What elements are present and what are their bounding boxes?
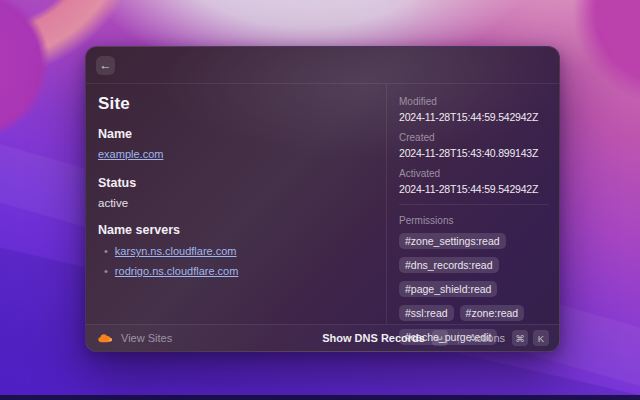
- list-item: • rodrigo.ns.cloudflare.com: [104, 265, 374, 277]
- actions-label: Actions: [469, 332, 505, 344]
- permission-tag: #dns_records:read: [399, 257, 499, 273]
- activated-value: 2024-11-28T15:44:59.542942Z: [399, 183, 549, 195]
- activated-label: Activated: [399, 168, 549, 179]
- page-title: Site: [98, 94, 374, 114]
- status-heading: Status: [98, 176, 374, 190]
- nameserver-list: • karsyn.ns.cloudflare.com • rodrigo.ns.…: [98, 245, 374, 277]
- permission-tag: #zone:read: [460, 305, 525, 321]
- nameservers-heading: Name servers: [98, 223, 374, 237]
- metadata-divider: [399, 204, 549, 205]
- nameserver-link[interactable]: karsyn.ns.cloudflare.com: [115, 245, 237, 257]
- enter-key-icon: ↵: [432, 330, 448, 346]
- modified-label: Modified: [399, 96, 549, 107]
- metadata-panel: Modified 2024-11-28T15:44:59.542942Z Cre…: [386, 84, 559, 324]
- action-bar: View Sites Show DNS Records ↵ Actions ⌘ …: [86, 324, 559, 351]
- window-header: ←: [86, 47, 559, 84]
- permissions-label: Permissions: [399, 215, 549, 226]
- permission-tag: #page_shield:read: [399, 281, 497, 297]
- bullet-icon: •: [104, 246, 108, 257]
- detail-panel: Site Name example.com Status active Name…: [86, 84, 386, 324]
- screen-edge-strip: [0, 395, 640, 400]
- permission-tag: #ssl:read: [399, 305, 454, 321]
- screen: ← Site Name example.com Status active Na…: [0, 0, 640, 400]
- raycast-window: ← Site Name example.com Status active Na…: [85, 46, 560, 352]
- bullet-icon: •: [104, 266, 108, 277]
- command-key-icon: ⌘: [512, 330, 528, 346]
- nameserver-link[interactable]: rodrigo.ns.cloudflare.com: [115, 265, 239, 277]
- modified-value: 2024-11-28T15:44:59.542942Z: [399, 111, 549, 123]
- back-button[interactable]: ←: [96, 56, 115, 75]
- list-item: • karsyn.ns.cloudflare.com: [104, 245, 374, 257]
- back-arrow-icon: ←: [100, 59, 112, 71]
- name-heading: Name: [98, 127, 374, 141]
- show-dns-records-button[interactable]: Show DNS Records ↵: [322, 330, 448, 346]
- cloudflare-logo-icon: [96, 332, 113, 344]
- window-body: Site Name example.com Status active Name…: [86, 84, 559, 324]
- actions-button[interactable]: Actions ⌘ K: [469, 330, 549, 346]
- app-context-label: View Sites: [121, 332, 172, 344]
- status-value: active: [98, 197, 374, 209]
- created-label: Created: [399, 132, 549, 143]
- site-name-link[interactable]: example.com: [98, 148, 163, 160]
- k-key-icon: K: [533, 330, 549, 346]
- primary-action-label: Show DNS Records: [322, 332, 425, 344]
- footer-divider: [458, 332, 459, 344]
- created-value: 2024-11-28T15:43:40.899143Z: [399, 147, 549, 159]
- permission-tag: #zone_settings:read: [399, 233, 506, 249]
